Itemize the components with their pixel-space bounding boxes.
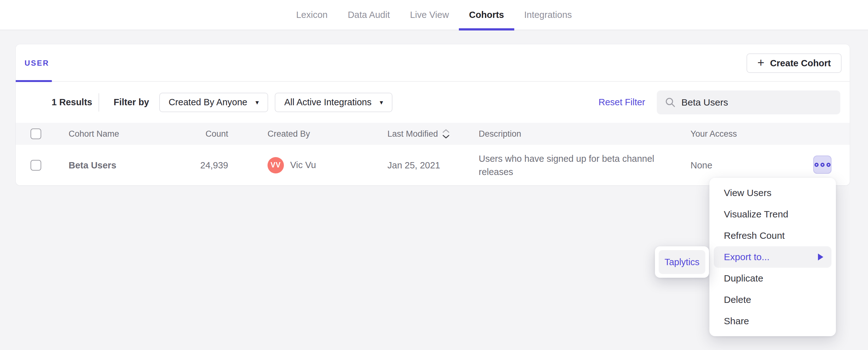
filter-bar: 1 Results Filter by Created By Anyone ▾ … — [16, 82, 850, 123]
row-context-menu: View Users Visualize Trend Refresh Count… — [709, 178, 836, 336]
nav-tab-label: Cohorts — [469, 10, 504, 20]
nav-tab-label: Integrations — [524, 10, 572, 20]
created-by-dropdown-value: Created By Anyone — [169, 97, 247, 107]
three-rings-icon — [814, 163, 818, 167]
reset-filter-link[interactable]: Reset Filter — [598, 97, 645, 107]
menu-item-visualize-trend[interactable]: Visualize Trend — [709, 204, 836, 225]
filter-divider — [98, 93, 99, 111]
top-nav: Lexicon Data Audit Live View Cohorts Int… — [0, 0, 868, 31]
description-cell: Users who have signed up for beta channe… — [479, 152, 656, 178]
integrations-dropdown[interactable]: All Active Integrations ▾ — [275, 93, 393, 112]
search-icon — [665, 97, 676, 108]
header-created-by: Created By — [268, 129, 310, 139]
header-last-modified[interactable]: Last Modified — [388, 128, 450, 140]
search-input[interactable] — [681, 97, 832, 108]
tab-user[interactable]: USER — [25, 44, 50, 82]
create-cohort-button[interactable]: + Create Cohort — [746, 54, 842, 73]
submenu-item-taplytics[interactable]: Taplytics — [659, 250, 705, 274]
sort-chevrons-icon — [442, 128, 450, 140]
avatar: VV — [268, 157, 284, 173]
export-submenu: Taplytics — [655, 246, 709, 278]
nav-tab-label: Lexicon — [296, 10, 328, 20]
caret-down-icon: ▾ — [379, 99, 383, 106]
created-by-cell: VV Vic Vu — [268, 157, 316, 173]
created-by-dropdown[interactable]: Created By Anyone ▾ — [159, 93, 268, 112]
menu-item-share[interactable]: Share — [709, 310, 836, 332]
header-description: Description — [479, 129, 521, 139]
cohorts-panel: USER + Create Cohort 1 Results Filter by… — [16, 44, 850, 185]
three-rings-icon — [827, 163, 831, 167]
menu-item-view-users[interactable]: View Users — [709, 182, 836, 204]
nav-tab-cohorts[interactable]: Cohorts — [459, 0, 514, 30]
results-count: 1 Results — [52, 97, 92, 107]
menu-item-duplicate[interactable]: Duplicate — [709, 268, 836, 289]
header-count: Count — [164, 129, 228, 139]
row-checkbox[interactable] — [31, 160, 41, 171]
nav-tab-label: Data Audit — [348, 10, 390, 20]
tab-user-label: USER — [25, 59, 50, 68]
integrations-dropdown-value: All Active Integrations — [284, 97, 371, 107]
create-cohort-label: Create Cohort — [770, 58, 831, 69]
menu-item-export-label: Export to... — [724, 252, 770, 262]
access-cell: None — [690, 160, 712, 170]
last-modified-cell: Jan 25, 2021 — [388, 160, 440, 170]
nav-tab-integrations[interactable]: Integrations — [514, 0, 582, 30]
search-box[interactable] — [657, 91, 840, 114]
active-tab-underline — [459, 28, 514, 31]
menu-item-export-to[interactable]: Export to... — [714, 246, 832, 268]
header-cohort-name: Cohort Name — [69, 129, 119, 139]
header-your-access: Your Access — [690, 129, 737, 139]
header-last-modified-label: Last Modified — [388, 129, 438, 139]
cohort-count: 24,939 — [164, 160, 228, 170]
table-header: Cohort Name Count Created By Last Modifi… — [16, 123, 850, 145]
menu-item-refresh-count[interactable]: Refresh Count — [709, 225, 836, 246]
filter-by-label: Filter by — [114, 97, 149, 107]
nav-tab-lexicon[interactable]: Lexicon — [286, 0, 338, 30]
nav-tab-live-view[interactable]: Live View — [400, 0, 459, 30]
three-rings-icon — [820, 163, 825, 167]
select-all-checkbox[interactable] — [31, 129, 41, 139]
menu-item-delete[interactable]: Delete — [709, 289, 836, 310]
creator-name: Vic Vu — [290, 160, 316, 170]
plus-icon: + — [757, 57, 764, 69]
cohort-name-link[interactable]: Beta Users — [69, 160, 117, 170]
cohort-type-tabs: USER + Create Cohort — [16, 44, 850, 82]
nav-tab-label: Live View — [410, 10, 449, 20]
row-actions-button[interactable] — [813, 155, 832, 174]
nav-tab-data-audit[interactable]: Data Audit — [338, 0, 400, 30]
right-triangle-icon — [818, 253, 823, 260]
caret-down-icon: ▾ — [255, 99, 259, 106]
